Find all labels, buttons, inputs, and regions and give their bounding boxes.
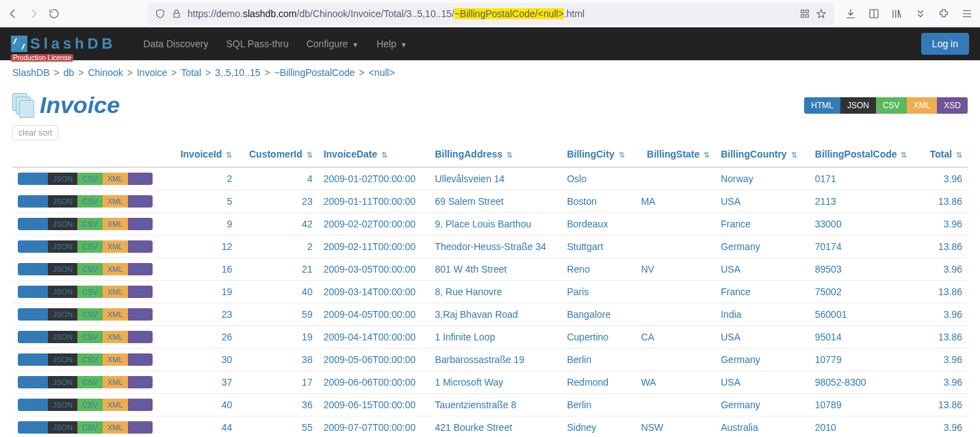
cell-billingstate[interactable]: MA — [636, 190, 716, 213]
cell-customerid[interactable]: 21 — [237, 258, 318, 281]
nav-configure[interactable]: Configure ▼ — [298, 29, 368, 59]
cell-invoiceid[interactable]: 30 — [170, 349, 237, 371]
login-button[interactable]: Log in — [921, 33, 969, 55]
row-format-json[interactable]: JSON — [48, 195, 77, 208]
col-billingcountry[interactable]: BillingCountry ⇅ — [715, 145, 810, 167]
cell-customerid[interactable]: 17 — [237, 371, 318, 394]
col-billingstate[interactable]: BillingState ⇅ — [636, 145, 716, 167]
nav-data-discovery[interactable]: Data Discovery — [135, 29, 216, 59]
cell-billingpostalcode[interactable]: 2113 — [810, 190, 921, 213]
row-format-json[interactable]: JSON — [48, 240, 77, 253]
row-format-xsd[interactable]: XSD — [128, 331, 153, 343]
cell-invoicedate[interactable]: 2009-04-14T00:00:00 — [318, 326, 430, 349]
extension-icon[interactable] — [938, 8, 950, 20]
cell-total[interactable]: 13.86 — [921, 394, 968, 416]
cell-total[interactable]: 3.96 — [921, 416, 968, 438]
cell-billingcity[interactable]: Oslo — [561, 167, 635, 190]
col-total[interactable]: Total ⇅ — [921, 145, 968, 167]
cell-customerid[interactable]: 42 — [237, 213, 318, 236]
cell-invoiceid[interactable]: 44 — [170, 416, 237, 438]
row-format-html[interactable]: HTML — [18, 195, 48, 208]
row-format-json[interactable]: JSON — [48, 263, 77, 275]
cell-invoiceid[interactable]: 40 — [170, 394, 237, 416]
row-format-json[interactable]: JSON — [48, 399, 77, 411]
cell-invoiceid[interactable]: 9 — [170, 213, 237, 236]
row-format-csv[interactable]: CSV — [77, 218, 103, 230]
cell-invoicedate[interactable]: 2009-05-06T00:00:00 — [318, 349, 430, 371]
row-format-html[interactable]: HTML — [18, 240, 48, 253]
col-customerid[interactable]: CustomerId ⇅ — [237, 145, 318, 167]
cell-total[interactable]: 3.96 — [921, 258, 968, 281]
cell-billingaddress[interactable]: 1 Infinite Loop — [429, 326, 561, 349]
row-format-csv[interactable]: CSV — [77, 195, 103, 208]
cell-customerid[interactable]: 19 — [237, 326, 318, 349]
cell-invoiceid[interactable]: 37 — [170, 371, 237, 394]
logo[interactable]: SlashDB — [11, 35, 116, 53]
cell-billingcountry[interactable]: Germany — [715, 236, 810, 258]
row-format-xml[interactable]: XML — [103, 195, 128, 208]
cell-billingstate[interactable]: NSW — [636, 416, 716, 438]
forward-icon[interactable] — [27, 8, 40, 20]
row-format-xml[interactable]: XML — [103, 399, 128, 411]
row-format-csv[interactable]: CSV — [77, 421, 103, 434]
menu-icon[interactable] — [961, 8, 973, 20]
cell-billingcity[interactable]: Berlin — [561, 394, 635, 416]
cell-billingcity[interactable]: Reno — [561, 258, 635, 281]
row-format-html[interactable]: HTML — [18, 353, 48, 366]
cell-billingaddress[interactable]: 9, Place Louis Barthou — [429, 213, 561, 236]
cell-billingcountry[interactable]: USA — [715, 326, 810, 349]
row-format-json[interactable]: JSON — [48, 173, 77, 185]
cell-billingcity[interactable]: Boston — [561, 190, 635, 213]
col-billingaddress[interactable]: BillingAddress ⇅ — [429, 145, 561, 167]
cell-billingpostalcode[interactable]: 0171 — [810, 167, 921, 190]
cell-customerid[interactable]: 59 — [237, 303, 318, 326]
nav-help[interactable]: Help ▼ — [368, 29, 415, 59]
breadcrumb-item[interactable]: <null> — [369, 67, 395, 78]
cell-total[interactable]: 3.96 — [921, 213, 968, 236]
cell-billingaddress[interactable]: 1 Microsoft Way — [429, 371, 561, 394]
breadcrumb-item[interactable]: SlashDB — [12, 67, 49, 78]
nav-sql-passthru[interactable]: SQL Pass-thru — [218, 29, 296, 59]
row-format-xsd[interactable]: XSD — [128, 399, 153, 411]
cell-billingcountry[interactable]: USA — [715, 371, 810, 394]
cell-billingaddress[interactable]: Theodor-Heuss-Straße 34 — [429, 236, 561, 258]
row-format-html[interactable]: HTML — [18, 263, 48, 275]
cell-billingpostalcode[interactable]: 10779 — [810, 349, 921, 371]
cell-billingcity[interactable]: Cupertino — [561, 326, 635, 349]
cell-invoiceid[interactable]: 5 — [170, 190, 237, 213]
breadcrumb-item[interactable]: Total — [181, 67, 202, 78]
col-invoicedate[interactable]: InvoiceDate ⇅ — [318, 145, 430, 167]
cell-total[interactable]: 3.96 — [921, 371, 968, 394]
download-icon[interactable] — [844, 8, 857, 20]
cell-billingaddress[interactable]: 3,Raj Bhavan Road — [429, 303, 561, 326]
library-icon[interactable] — [891, 8, 903, 20]
format-xml[interactable]: XML — [907, 97, 938, 114]
row-format-xml[interactable]: XML — [103, 263, 128, 275]
cell-billingcountry[interactable]: Norway — [715, 167, 810, 190]
cell-total[interactable]: 13.86 — [921, 326, 968, 349]
cell-total[interactable]: 13.86 — [921, 281, 968, 303]
breadcrumb-item[interactable]: ~BillingPostalCode — [274, 67, 355, 78]
row-format-xml[interactable]: XML — [103, 218, 128, 230]
cell-billingaddress[interactable]: 801 W 4th Street — [429, 258, 561, 281]
cell-invoiceid[interactable]: 19 — [170, 281, 237, 303]
row-format-xsd[interactable]: XSD — [128, 421, 153, 434]
row-format-xml[interactable]: XML — [103, 308, 128, 321]
cell-customerid[interactable]: 23 — [237, 190, 318, 213]
row-format-json[interactable]: JSON — [48, 353, 77, 366]
cell-invoiceid[interactable]: 16 — [170, 258, 237, 281]
cell-billingcountry[interactable]: France — [715, 281, 810, 303]
cell-billingpostalcode[interactable]: 33000 — [810, 213, 921, 236]
row-format-json[interactable]: JSON — [48, 308, 77, 321]
cell-invoicedate[interactable]: 2009-01-11T00:00:00 — [318, 190, 430, 213]
cell-customerid[interactable]: 36 — [237, 394, 318, 416]
format-csv[interactable]: CSV — [876, 97, 907, 114]
row-format-html[interactable]: HTML — [18, 286, 48, 298]
row-format-xsd[interactable]: XSD — [128, 353, 153, 366]
cell-billingaddress[interactable]: 69 Salem Street — [429, 190, 561, 213]
cell-invoiceid[interactable]: 12 — [170, 236, 237, 258]
breadcrumb-item[interactable]: Invoice — [137, 67, 167, 78]
row-format-csv[interactable]: CSV — [77, 399, 103, 411]
url-bar[interactable]: https://demo.slashdb.com/db/Chinook/Invo… — [148, 3, 834, 25]
row-format-xsd[interactable]: XSD — [128, 286, 153, 298]
